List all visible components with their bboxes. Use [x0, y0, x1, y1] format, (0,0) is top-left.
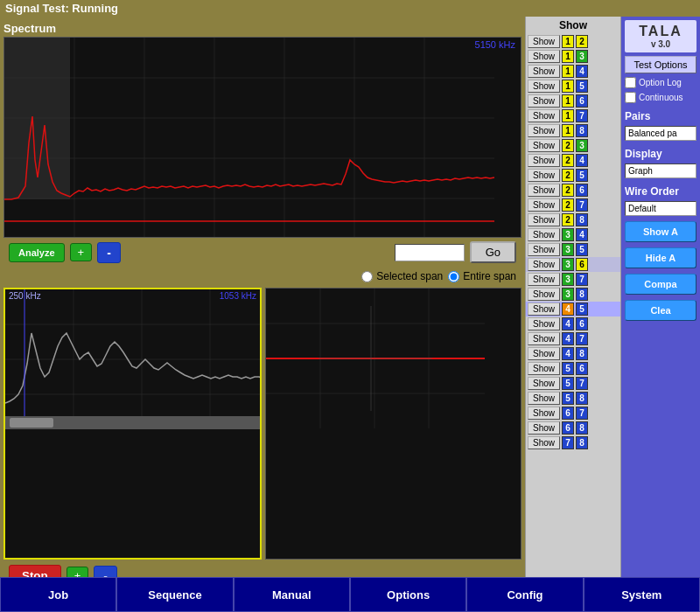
left-panel: Spectrum 5150 kHz	[0, 17, 525, 594]
main-freq-label: 5150 kHz	[475, 39, 515, 50]
nav-button-manual[interactable]: Manual	[234, 577, 350, 612]
sub-freq-right-label: 1053 kHz	[220, 291, 256, 301]
wire-order-input[interactable]	[625, 201, 696, 216]
compare-button[interactable]: Compa	[625, 274, 696, 295]
show-row[interactable]: Show23	[526, 138, 620, 153]
show-row[interactable]: Show16	[526, 94, 620, 108]
show-row[interactable]: Show26	[526, 183, 620, 198]
freq-input[interactable]	[395, 244, 465, 261]
show-row[interactable]: Show18	[526, 123, 620, 138]
show-button[interactable]: Show	[528, 169, 560, 182]
selected-span-radio[interactable]: Selected span	[361, 270, 443, 282]
show-row[interactable]: Show45	[526, 302, 620, 316]
show-row[interactable]: Show56	[526, 361, 620, 376]
show-row[interactable]: Show78	[526, 435, 620, 450]
show-button[interactable]: Show	[528, 392, 560, 405]
show-button[interactable]: Show	[528, 124, 560, 137]
show-row[interactable]: Show13	[526, 49, 620, 64]
show-row[interactable]: Show68	[526, 421, 620, 435]
show-panel: Show Show12Show13Show14Show15Show16Show1…	[525, 17, 621, 594]
show-row[interactable]: Show35	[526, 242, 620, 257]
continuous-checkbox[interactable]	[625, 92, 636, 103]
show-button[interactable]: Show	[528, 80, 560, 93]
pair-badge-1: 5	[562, 362, 574, 375]
show-row[interactable]: Show24	[526, 153, 620, 168]
show-button[interactable]: Show	[528, 347, 560, 360]
pair-badge-2: 6	[576, 184, 588, 197]
show-row[interactable]: Show58	[526, 391, 620, 406]
show-row[interactable]: Show37	[526, 272, 620, 287]
show-button[interactable]: Show	[528, 362, 560, 375]
nav-items-container: JobSequenceManualOptionsConfigSystem	[0, 577, 700, 612]
show-row[interactable]: Show17	[526, 108, 620, 123]
show-row[interactable]: Show36	[526, 257, 620, 272]
show-button[interactable]: Show	[528, 50, 560, 63]
nav-button-options[interactable]: Options	[350, 577, 466, 612]
show-row[interactable]: Show27	[526, 198, 620, 212]
show-button[interactable]: Show	[528, 65, 560, 78]
show-button[interactable]: Show	[528, 258, 560, 271]
show-button[interactable]: Show	[528, 184, 560, 197]
pair-badge-1: 1	[562, 50, 574, 63]
show-button[interactable]: Show	[528, 198, 560, 212]
nav-button-sequence[interactable]: Sequence	[116, 577, 233, 612]
show-row[interactable]: Show57	[526, 376, 620, 391]
pairs-input[interactable]	[625, 126, 696, 141]
hide-all-button[interactable]: Hide A	[625, 247, 696, 268]
show-row[interactable]: Show14	[526, 64, 620, 79]
pair-badge-2: 5	[576, 80, 588, 93]
go-button[interactable]: Go	[470, 241, 516, 263]
pair-badge-2: 5	[576, 303, 588, 316]
show-button[interactable]: Show	[528, 228, 560, 241]
analyze-button[interactable]: Analyze	[9, 243, 65, 262]
show-button[interactable]: Show	[528, 213, 560, 226]
show-row[interactable]: Show15	[526, 79, 620, 94]
show-row[interactable]: Show67	[526, 406, 620, 421]
nav-button-config[interactable]: Config	[466, 577, 583, 612]
show-button[interactable]: Show	[528, 273, 560, 286]
pair-badge-1: 5	[562, 377, 574, 390]
svg-rect-23	[266, 289, 521, 559]
test-options-button[interactable]: Test Options	[625, 56, 696, 73]
show-row[interactable]: Show28	[526, 212, 620, 227]
plus-button-top[interactable]: +	[70, 243, 93, 261]
show-button[interactable]: Show	[528, 421, 560, 435]
nav-button-system[interactable]: System	[584, 577, 700, 612]
show-button[interactable]: Show	[528, 94, 560, 108]
show-button[interactable]: Show	[528, 317, 560, 330]
show-row[interactable]: Show48	[526, 346, 620, 361]
show-button[interactable]: Show	[528, 332, 560, 345]
show-button[interactable]: Show	[528, 243, 560, 256]
pair-badge-1: 1	[562, 94, 574, 108]
show-row[interactable]: Show12	[526, 34, 620, 49]
show-button[interactable]: Show	[528, 303, 560, 316]
show-button[interactable]: Show	[528, 154, 560, 167]
show-row[interactable]: Show46	[526, 316, 620, 331]
nav-button-job[interactable]: Job	[0, 577, 116, 612]
pair-badge-2: 8	[576, 392, 588, 405]
show-row[interactable]: Show38	[526, 287, 620, 302]
option-log-checkbox[interactable]	[625, 77, 636, 88]
show-button[interactable]: Show	[528, 377, 560, 390]
show-row[interactable]: Show47	[526, 331, 620, 346]
bottom-nav: JobSequenceManualOptionsConfigSystem	[0, 577, 700, 612]
pair-badge-2: 3	[576, 50, 588, 63]
show-button[interactable]: Show	[528, 139, 560, 152]
pair-badge-1: 2	[562, 139, 574, 152]
show-all-button[interactable]: Show A	[625, 221, 696, 242]
show-button[interactable]: Show	[528, 35, 560, 48]
display-input[interactable]	[625, 163, 696, 178]
show-button[interactable]: Show	[528, 436, 560, 449]
show-button[interactable]: Show	[528, 109, 560, 122]
show-button[interactable]: Show	[528, 288, 560, 301]
entire-span-radio[interactable]: Entire span	[448, 270, 516, 282]
pair-badge-2: 5	[576, 169, 588, 182]
pair-badge-2: 7	[576, 273, 588, 286]
pair-badge-1: 1	[562, 109, 574, 122]
clear-button[interactable]: Clea	[625, 300, 696, 321]
pair-badge-1: 3	[562, 273, 574, 286]
show-row[interactable]: Show34	[526, 227, 620, 242]
show-row[interactable]: Show25	[526, 168, 620, 183]
minus-button-top[interactable]: -	[97, 242, 121, 263]
show-button[interactable]: Show	[528, 407, 560, 420]
